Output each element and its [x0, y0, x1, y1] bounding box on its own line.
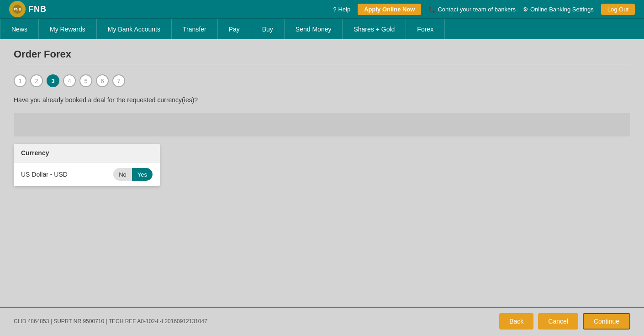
- question-text: Have you already booked a deal for the r…: [14, 96, 630, 104]
- nav-item-pay[interactable]: Pay: [218, 19, 251, 39]
- help-icon: ?: [333, 6, 336, 13]
- currency-label: US Dollar - USD: [21, 171, 68, 178]
- phone-icon: 📞: [428, 6, 436, 13]
- nav-item-forex[interactable]: Forex: [406, 19, 445, 39]
- step-4[interactable]: 4: [63, 74, 76, 87]
- gear-icon: ⚙: [523, 6, 528, 13]
- yes-no-toggle[interactable]: No Yes: [113, 168, 153, 181]
- continue-button[interactable]: Continue: [583, 313, 630, 330]
- content-area: Order Forex 1 2 3 4 5 6 7 Have you alrea…: [0, 39, 644, 307]
- nav-item-rewards[interactable]: My Rewards: [39, 19, 97, 39]
- page-title: Order Forex: [14, 48, 630, 60]
- nav-item-buy[interactable]: Buy: [251, 19, 285, 39]
- nav-item-send-money[interactable]: Send Money: [285, 19, 343, 39]
- nav-item-transfer[interactable]: Transfer: [172, 19, 218, 39]
- cancel-button[interactable]: Cancel: [538, 313, 578, 330]
- top-bar: FNB FNB ? Help Apply Online Now 📞 Contac…: [0, 0, 644, 18]
- step-1[interactable]: 1: [14, 74, 26, 87]
- help-link[interactable]: ? Help: [333, 6, 350, 13]
- settings-link[interactable]: ⚙ Online Banking Settings: [523, 6, 594, 13]
- footer-buttons: Back Cancel Continue: [499, 313, 630, 330]
- nav-item-bank-accounts[interactable]: My Bank Accounts: [97, 19, 172, 39]
- step-5[interactable]: 5: [79, 74, 92, 87]
- section-bar: [14, 113, 630, 136]
- card-header: Currency: [14, 144, 160, 162]
- svg-text:FNB: FNB: [14, 7, 21, 11]
- footer-info: CLID 4864853 | SUPRT NR 9500710 | TECH R…: [14, 318, 207, 325]
- step-indicators: 1 2 3 4 5 6 7: [14, 74, 630, 87]
- card-row: US Dollar - USD No Yes: [14, 162, 160, 186]
- step-7[interactable]: 7: [112, 74, 125, 87]
- logout-button[interactable]: Log Out: [601, 4, 635, 15]
- toggle-yes[interactable]: Yes: [132, 168, 153, 181]
- logo-area: FNB FNB: [9, 1, 47, 17]
- contact-link[interactable]: 📞 Contact your team of bankers: [428, 6, 516, 13]
- currency-card: Currency US Dollar - USD No Yes: [14, 144, 160, 186]
- nav-item-news[interactable]: News: [0, 19, 39, 39]
- footer: CLID 4864853 | SUPRT NR 9500710 | TECH R…: [0, 307, 644, 335]
- back-button[interactable]: Back: [499, 313, 533, 330]
- nav-item-shares-gold[interactable]: Shares + Gold: [343, 19, 406, 39]
- step-6[interactable]: 6: [96, 74, 109, 87]
- top-bar-right: ? Help Apply Online Now 📞 Contact your t…: [333, 4, 635, 15]
- logo-text: FNB: [28, 5, 47, 14]
- apply-online-button[interactable]: Apply Online Now: [358, 4, 421, 15]
- toggle-no[interactable]: No: [113, 168, 132, 181]
- logo-icon: FNB: [9, 1, 26, 17]
- title-divider: [14, 65, 630, 65]
- step-3-active[interactable]: 3: [47, 74, 59, 87]
- step-2[interactable]: 2: [30, 74, 43, 87]
- nav-bar: News My Rewards My Bank Accounts Transfe…: [0, 18, 644, 39]
